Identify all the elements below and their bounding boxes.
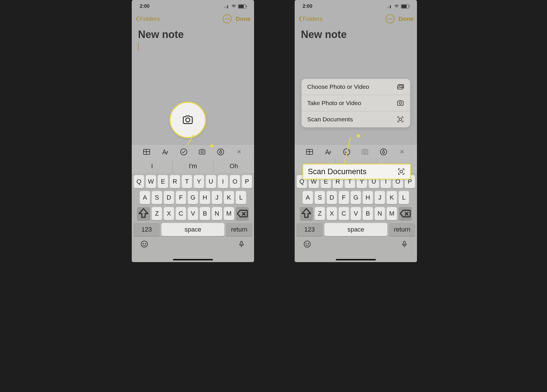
key-s[interactable]: S: [152, 191, 162, 204]
return-key[interactable]: return: [226, 223, 252, 236]
key-g[interactable]: G: [351, 191, 361, 204]
key-e[interactable]: E: [158, 175, 168, 188]
key-j[interactable]: J: [212, 191, 222, 204]
key-i[interactable]: I: [218, 175, 228, 188]
key-a[interactable]: A: [303, 191, 313, 204]
key-z[interactable]: Z: [315, 207, 325, 220]
svg-rect-7: [241, 241, 242, 245]
emoji-key[interactable]: [303, 240, 311, 249]
key-p[interactable]: P: [242, 175, 252, 188]
key-u[interactable]: U: [206, 175, 216, 188]
home-indicator[interactable]: [173, 259, 213, 260]
camera-icon[interactable]: [361, 148, 369, 156]
close-icon[interactable]: ×: [398, 148, 406, 156]
key-m[interactable]: M: [387, 207, 397, 220]
key-g[interactable]: G: [188, 191, 198, 204]
key-n[interactable]: N: [212, 207, 222, 220]
key-h[interactable]: H: [363, 191, 373, 204]
table-icon[interactable]: [142, 148, 151, 156]
key-l[interactable]: L: [399, 191, 409, 204]
key-v[interactable]: V: [188, 207, 198, 220]
more-button[interactable]: [386, 14, 395, 23]
numbers-key[interactable]: 123: [296, 223, 323, 236]
key-y[interactable]: Y: [194, 175, 204, 188]
key-v[interactable]: V: [351, 207, 361, 220]
key-w[interactable]: W: [146, 175, 156, 188]
space-key[interactable]: space: [161, 223, 224, 236]
key-k[interactable]: K: [224, 191, 234, 204]
key-s[interactable]: S: [315, 191, 325, 204]
nav-bar: Folders Done: [132, 13, 254, 25]
backspace-key[interactable]: [236, 207, 249, 220]
key-k[interactable]: K: [387, 191, 397, 204]
key-n[interactable]: N: [375, 207, 385, 220]
back-button[interactable]: Folders: [135, 15, 160, 22]
key-a[interactable]: A: [140, 191, 150, 204]
camera-icon[interactable]: [198, 148, 206, 156]
text-cursor: [138, 43, 139, 51]
suggestion-2[interactable]: I'm: [173, 159, 213, 173]
done-button[interactable]: Done: [399, 15, 414, 22]
dictation-key[interactable]: [400, 240, 408, 249]
key-b[interactable]: B: [363, 207, 373, 220]
wifi-icon: [394, 4, 399, 9]
menu-take-photo[interactable]: Take Photo or Video: [302, 95, 410, 111]
nav-bar: Folders Done: [295, 13, 417, 25]
screenshot-right: 2:00 Folders Done New note Choose Photo …: [295, 0, 417, 262]
note-body[interactable]: New note: [132, 25, 254, 53]
key-f[interactable]: F: [176, 191, 186, 204]
shift-key[interactable]: [300, 207, 313, 220]
status-bar: 2:00: [132, 0, 254, 13]
numbers-key[interactable]: 123: [133, 223, 160, 236]
key-f[interactable]: F: [339, 191, 349, 204]
text-format-icon[interactable]: [324, 148, 332, 156]
space-key[interactable]: space: [324, 223, 387, 236]
back-button[interactable]: Folders: [298, 15, 323, 22]
table-icon[interactable]: [305, 148, 314, 156]
key-r[interactable]: R: [170, 175, 180, 188]
key-d[interactable]: D: [164, 191, 174, 204]
key-d[interactable]: D: [327, 191, 337, 204]
key-o[interactable]: O: [230, 175, 240, 188]
highlight-dot: [210, 144, 213, 148]
scan-icon: [397, 167, 406, 176]
key-x[interactable]: X: [164, 207, 174, 220]
done-button[interactable]: Done: [236, 15, 251, 22]
key-c[interactable]: C: [339, 207, 349, 220]
menu-choose-photo[interactable]: Choose Photo or Video: [302, 79, 410, 95]
note-body[interactable]: New note: [295, 25, 417, 45]
key-x[interactable]: X: [327, 207, 337, 220]
key-j[interactable]: J: [375, 191, 385, 204]
svg-point-14: [364, 151, 366, 153]
back-label: Folders: [303, 15, 323, 22]
key-q[interactable]: Q: [134, 175, 144, 188]
suggestion-3[interactable]: Oh: [213, 159, 254, 173]
suggestion-1[interactable]: I: [132, 159, 173, 173]
emoji-key[interactable]: [140, 240, 148, 249]
markup-icon[interactable]: [216, 148, 225, 156]
camera-icon: [396, 99, 404, 107]
text-format-icon[interactable]: [161, 148, 169, 156]
key-c[interactable]: C: [176, 207, 186, 220]
back-label: Folders: [140, 15, 160, 22]
key-m[interactable]: M: [224, 207, 234, 220]
shift-key[interactable]: [137, 207, 150, 220]
battery-icon: [401, 4, 409, 9]
key-h[interactable]: H: [200, 191, 210, 204]
markup-icon[interactable]: [379, 148, 388, 156]
status-time: 2:00: [303, 3, 312, 9]
highlight-dot: [357, 134, 360, 138]
return-key[interactable]: return: [389, 223, 415, 236]
dictation-key[interactable]: [237, 240, 245, 249]
more-button[interactable]: [223, 14, 232, 23]
checklist-icon[interactable]: [179, 148, 188, 156]
key-t[interactable]: T: [182, 175, 192, 188]
menu-scan-documents[interactable]: Scan Documents: [302, 111, 410, 127]
close-icon[interactable]: ×: [235, 148, 243, 156]
chevron-left-icon: [298, 16, 302, 22]
key-l[interactable]: L: [236, 191, 246, 204]
key-b[interactable]: B: [200, 207, 210, 220]
home-indicator[interactable]: [336, 259, 376, 260]
key-z[interactable]: Z: [152, 207, 162, 220]
backspace-key[interactable]: [399, 207, 412, 220]
